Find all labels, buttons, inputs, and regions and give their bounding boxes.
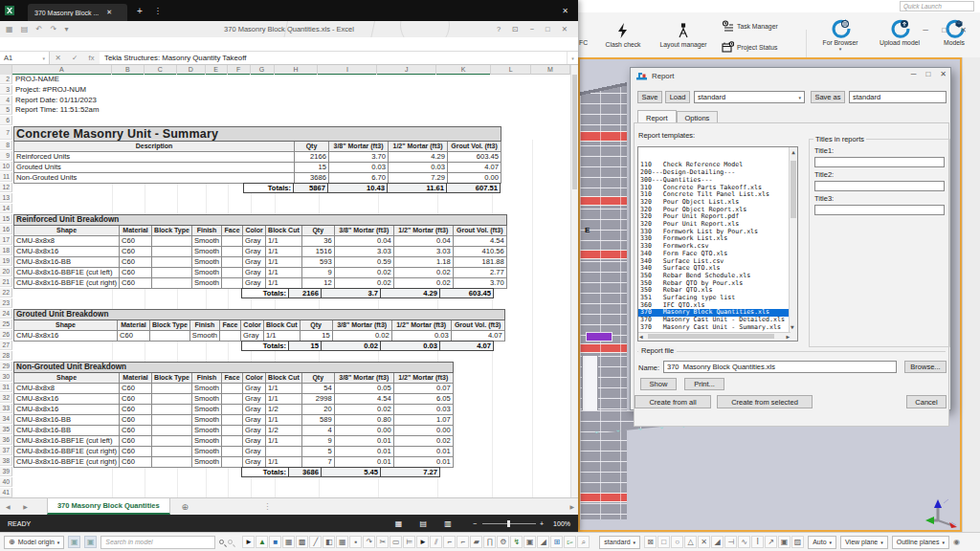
row-header-23[interactable]: 23 <box>0 298 12 308</box>
row-header-16[interactable]: 16 <box>0 225 12 234</box>
close-icon[interactable]: ✕ <box>106 9 112 16</box>
print-button[interactable]: Print... <box>684 378 724 390</box>
row-header-5[interactable]: 5 <box>0 105 12 115</box>
add-sheet-button[interactable]: ⊕ <box>182 502 189 512</box>
row-header-12[interactable]: 12 <box>0 183 12 192</box>
search-icon[interactable] <box>219 540 224 544</box>
snap-mode-icon[interactable]: ↗ <box>765 536 777 548</box>
row-header-33[interactable]: 33 <box>0 404 12 413</box>
row-header-28[interactable]: 28 <box>0 351 12 361</box>
column-header-A[interactable]: A <box>12 65 112 75</box>
formula-input[interactable]: Tekla Structures: Masonry Quantity Takeo… <box>100 52 567 64</box>
selection-mode-icon[interactable]: ⌐ <box>457 536 469 548</box>
row-header-19[interactable]: 19 <box>0 256 12 266</box>
selection-mode-icon[interactable]: ✂ <box>376 536 389 548</box>
snap-mode-icon[interactable]: ○ <box>671 536 683 548</box>
snap-mode-icon[interactable]: △ <box>684 536 697 548</box>
selection-mode-icon[interactable]: ▰ <box>470 536 482 548</box>
report-file-name-input[interactable]: 370 Masonry Block Quantities.xls <box>663 361 897 373</box>
selection-mode-icon[interactable]: ⌐ <box>443 536 456 548</box>
row-header-31[interactable]: 31 <box>0 383 12 392</box>
task-manager-button[interactable]: Task Manager <box>722 20 778 33</box>
snap-mode-icon[interactable]: ⊠ <box>644 536 657 548</box>
list-vscrollbar[interactable]: ▲▼ <box>789 147 797 341</box>
select-all-corner[interactable] <box>0 65 12 75</box>
selection-mode-icon[interactable]: ► <box>416 536 429 548</box>
show-button[interactable]: Show <box>640 378 677 390</box>
close-icon[interactable]: ✕ <box>562 7 568 15</box>
selection-mode-icon[interactable]: ⚙ <box>497 536 509 548</box>
load-button[interactable]: Load <box>665 91 690 103</box>
selection-mode-icon[interactable]: ■ <box>269 536 281 548</box>
column-header-G[interactable]: G <box>251 65 275 75</box>
kebab-menu-icon[interactable]: ⋮ <box>154 7 162 15</box>
selection-mode-icon[interactable]: ▻ <box>564 536 576 548</box>
column-header-K[interactable]: K <box>436 65 491 75</box>
snap-mode-icon[interactable]: ∿ <box>738 536 750 548</box>
formula-buttons[interactable]: ✕✓fx <box>50 52 100 64</box>
row-header-39[interactable]: 39 <box>0 467 12 476</box>
row-header-4[interactable]: 4 <box>0 96 12 105</box>
column-header-J[interactable]: J <box>377 65 436 75</box>
upload-model-button[interactable]: Upload model <box>873 18 926 46</box>
zoom-slider[interactable] <box>482 523 536 524</box>
selection-mode-icon[interactable]: ◢ <box>537 536 549 548</box>
snap-mode-icon[interactable]: ⊣ <box>724 536 737 548</box>
row-header-35[interactable]: 35 <box>0 425 12 434</box>
vertical-scrollbar[interactable] <box>570 65 578 497</box>
excel-window-controls[interactable]: ? ⊡ − □ ✕ <box>497 25 572 33</box>
selection-mode-icon[interactable]: ▦ <box>336 536 348 548</box>
selection-mode-icon[interactable]: ⫽ <box>430 536 442 548</box>
row-header-18[interactable]: 18 <box>0 246 12 255</box>
row-header-20[interactable]: 20 <box>0 267 12 276</box>
document-tab[interactable]: 370 Masonry Block ... ✕ <box>28 4 127 21</box>
row-header-6[interactable]: 6 <box>0 116 12 125</box>
column-header-L[interactable]: L <box>491 65 531 75</box>
view-shortcut-icons[interactable]: ▦ ▤ ▥ <box>395 519 459 528</box>
column-header-E[interactable]: E <box>206 65 228 75</box>
column-header-F[interactable]: F <box>228 65 251 75</box>
selection-mode-icon[interactable]: ▦ <box>282 536 295 548</box>
dialog-control[interactable]: ─ <box>911 70 917 78</box>
row-header-8[interactable]: 8 <box>0 141 12 150</box>
selection-mode-icon[interactable]: ▣ <box>523 536 536 548</box>
selection-mode-icon[interactable]: ▲ <box>256 536 268 548</box>
project-status-button[interactable]: Project Status <box>722 41 777 54</box>
title-field-input[interactable] <box>814 205 945 215</box>
column-header-I[interactable]: I <box>318 65 377 75</box>
formula-btn[interactable]: ✓ <box>72 54 78 62</box>
row-header-7[interactable]: 7 <box>0 126 12 140</box>
model-search-input[interactable]: Search in model <box>100 536 215 549</box>
row-header-3[interactable]: 3 <box>0 85 12 95</box>
cancel-button[interactable]: Cancel <box>906 395 947 408</box>
row-header-21[interactable]: 21 <box>0 277 12 287</box>
search-settings-icon[interactable] <box>228 540 233 544</box>
selection-mode-icon[interactable]: ▩ <box>296 536 308 548</box>
create-from-selected-button[interactable]: Create from selected <box>717 395 813 408</box>
row-header-9[interactable]: 9 <box>0 151 12 161</box>
browse-button[interactable]: Browse... <box>904 361 947 373</box>
formula-btn[interactable]: ✕ <box>56 54 61 62</box>
row-header-13[interactable]: 13 <box>0 193 12 203</box>
column-headers[interactable]: ABCDEFGHIJKLM <box>0 65 570 75</box>
row-header-32[interactable]: 32 <box>0 393 12 403</box>
snap-mode-icon[interactable]: ◢ <box>711 536 724 548</box>
zoom-out-button[interactable]: − <box>473 520 477 527</box>
dialog-title-bar[interactable]: Report ─□✕ <box>631 68 950 84</box>
selection-filter-dropdown[interactable]: standard ▾ <box>599 536 640 549</box>
snap-mode-icon[interactable]: □ <box>657 536 670 548</box>
row-header-17[interactable]: 17 <box>0 235 12 245</box>
report-templates-list[interactable]: 110 Check Reference Model200---Design-De… <box>637 146 798 342</box>
snap-auto-dropdown[interactable]: Auto ▾ <box>808 536 836 549</box>
eye-icon[interactable]: ◉ <box>953 538 960 546</box>
origin-toggle-icon[interactable]: ▣ <box>84 536 97 548</box>
for-browser-button[interactable]: For Browser ▾ <box>815 18 865 52</box>
column-header-B[interactable]: B <box>112 65 145 75</box>
selection-mode-icon[interactable]: ► <box>242 536 255 548</box>
zoom-level[interactable]: 100% <box>553 520 570 527</box>
formula-expand-icon[interactable]: ▾ <box>567 52 578 64</box>
dialog-window-controls[interactable]: ─□✕ <box>911 70 947 78</box>
row-header-34[interactable]: 34 <box>0 414 12 424</box>
save-as-input[interactable]: standard <box>849 91 947 103</box>
list-hscrollbar[interactable]: ◀▶ <box>638 332 791 341</box>
